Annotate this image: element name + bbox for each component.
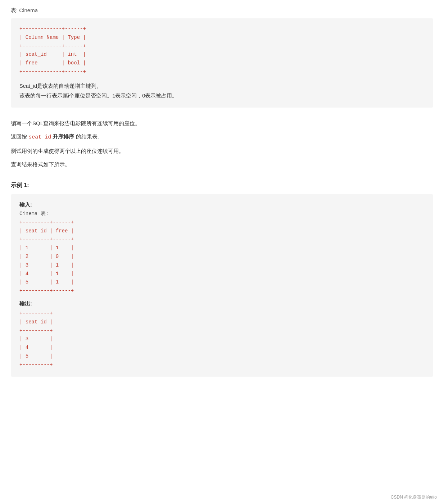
schema-code: +-------------+------+ | Column Name | T…: [19, 25, 425, 76]
output-label: 输出:: [19, 300, 425, 307]
table-label-text: 表: Cinema: [11, 7, 38, 13]
schema-desc-line1: Seat_id是该表的自动递增主键列。: [19, 81, 425, 91]
problem-description: 编写一个SQL查询来报告电影院所有连续可用的座位。 返回按 seat_id 升序…: [11, 118, 433, 170]
problem-line2-prefix: 返回按: [11, 133, 28, 140]
problem-line4: 查询结果格式如下所示。: [11, 159, 433, 170]
schema-description: Seat_id是该表的自动递增主键列。 该表的每一行表示第i个座位是否空闲。1表…: [19, 81, 425, 101]
table-label: 表: Cinema: [11, 7, 433, 14]
schema-desc-line2: 该表的每一行表示第i个座位是否空闲。1表示空闲，0表示被占用。: [19, 91, 425, 101]
output-code: +---------+ | seat_id | +---------+ | 3 …: [19, 309, 425, 369]
example-box: 输入: Cinema 表: +---------+------+ | seat_…: [11, 194, 433, 377]
problem-line2: 返回按 seat_id 升序排序 的结果表。: [11, 131, 433, 143]
cinema-table-label: Cinema 表:: [19, 210, 425, 217]
example-title: 示例 1:: [11, 182, 433, 189]
problem-line3: 测试用例的生成使得两个以上的座位连续可用。: [11, 145, 433, 157]
problem-line1: 编写一个SQL查询来报告电影院所有连续可用的座位。: [11, 118, 433, 129]
schema-box: +-------------+------+ | Column Name | T…: [11, 18, 433, 108]
problem-line2-code: seat_id: [28, 134, 51, 140]
problem-line2-suffix: 的结果表。: [74, 133, 103, 140]
input-label: 输入:: [19, 201, 425, 208]
input-code: +---------+------+ | seat_id | free | +-…: [19, 218, 425, 295]
problem-line2-bold: 升序排序: [51, 133, 74, 140]
